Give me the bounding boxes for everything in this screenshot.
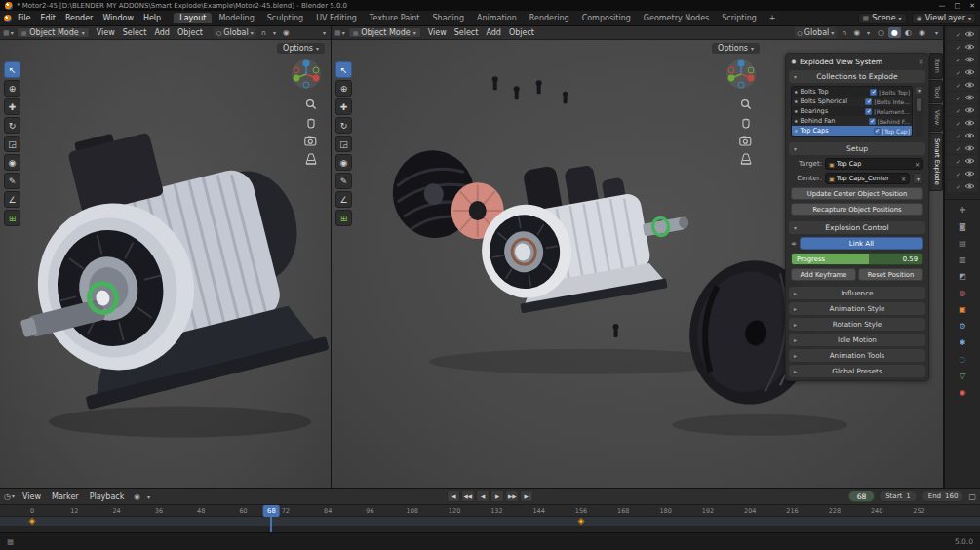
viewport-menu-item[interactable]: Add	[150, 28, 174, 37]
selectable-checkbox-icon[interactable]	[956, 156, 960, 166]
setup-section-header[interactable]: Setup	[789, 142, 925, 155]
list-filter-button[interactable]	[915, 86, 923, 95]
add-keyframe-button[interactable]: Add Keyframe	[791, 268, 856, 281]
shading-dropdown-icon[interactable]	[933, 28, 940, 37]
proportional-editing-icon[interactable]	[281, 28, 292, 37]
select-box-tool[interactable]: ↖	[335, 61, 352, 78]
list-scrollbar[interactable]	[915, 97, 923, 137]
menu-item[interactable]: Edit	[35, 13, 60, 23]
outliner-row[interactable]	[947, 66, 978, 78]
pan-hand-icon[interactable]	[740, 117, 752, 129]
scene-tab[interactable]: ◩	[955, 270, 971, 283]
collection-checkbox[interactable]	[865, 108, 872, 115]
world-tab[interactable]: ◍	[955, 287, 971, 299]
workspace-tab[interactable]: Compositing	[576, 13, 637, 23]
tool-tab[interactable]: ✛	[955, 204, 971, 216]
Top Caps[interactable]: Top Caps [Top Cap]	[792, 126, 912, 136]
next-keyframe-button[interactable]: ▶▶	[505, 491, 519, 502]
sidebar-tab[interactable]: View	[929, 104, 943, 131]
selectable-checkbox-icon[interactable]	[956, 118, 960, 128]
shading-solid-icon[interactable]	[888, 27, 901, 38]
viewport-menu-item[interactable]: Add	[482, 28, 505, 37]
workspace-tab[interactable]: Geometry Nodes	[638, 13, 715, 23]
end-frame-field[interactable]: End 160	[921, 491, 965, 502]
viewport-menu-item[interactable]: Select	[119, 28, 151, 37]
visibility-eye-icon[interactable]	[964, 30, 975, 38]
panel-header[interactable]: Exploded View System	[789, 57, 925, 67]
workspace-tab[interactable]: Sculpting	[261, 13, 309, 23]
timeline-body[interactable]: 0122436486072849610812013214415616818019…	[0, 505, 980, 532]
visibility-eye-icon[interactable]	[964, 144, 975, 152]
visibility-eye-icon[interactable]	[964, 94, 975, 101]
shading-wireframe-icon[interactable]	[875, 27, 887, 38]
collapsed-section-header[interactable]: Idle Motion	[789, 334, 925, 346]
target-field[interactable]: Top Cap	[825, 158, 923, 170]
outliner-row[interactable]	[947, 79, 978, 91]
measure-tool[interactable]: ∠	[4, 191, 20, 208]
center-field[interactable]: Top Caps_Center	[825, 173, 910, 184]
selectable-checkbox-icon[interactable]	[956, 131, 960, 140]
menu-item[interactable]: Render	[60, 13, 98, 23]
sidebar-tab[interactable]: Tool	[929, 80, 943, 104]
visibility-eye-icon[interactable]	[964, 68, 975, 76]
editor-type-icon[interactable]	[334, 29, 345, 37]
visibility-eye-icon[interactable]	[964, 157, 975, 165]
selectable-checkbox-icon[interactable]	[956, 143, 960, 153]
collection-checkbox[interactable]	[865, 98, 872, 105]
proportional-editing-icon[interactable]	[851, 28, 862, 37]
options-dropdown[interactable]: Options	[712, 43, 760, 54]
viewport-menu-item[interactable]: Object	[174, 28, 207, 37]
current-frame-field[interactable]: 68	[848, 491, 876, 502]
visibility-eye-icon[interactable]	[964, 81, 975, 89]
selectable-checkbox-icon[interactable]	[956, 67, 960, 77]
outliner-row[interactable]	[947, 168, 978, 179]
menu-item[interactable]: File	[13, 13, 35, 23]
viewlayer-selector[interactable]: ViewLayer	[912, 13, 976, 24]
outliner-row[interactable]	[947, 104, 978, 116]
workspace-tab[interactable]: +	[764, 13, 782, 23]
Bolts Spherical[interactable]: Bolts Spherical [Bolts Inte...	[792, 97, 912, 106]
modifiers-tab[interactable]: ⚙	[955, 320, 971, 333]
update-center-button[interactable]: Update Center Object Position	[791, 187, 923, 200]
progress-slider[interactable]: Progress 0.59	[791, 253, 923, 265]
selectable-checkbox-icon[interactable]	[956, 105, 960, 115]
navigation-gizmo[interactable]	[725, 58, 758, 93]
outliner-row[interactable]	[947, 155, 978, 167]
zoom-icon[interactable]	[305, 98, 317, 110]
pan-hand-icon[interactable]	[305, 117, 317, 129]
visibility-eye-icon[interactable]	[964, 106, 975, 114]
mode-selector[interactable]: Object Mode	[17, 27, 90, 38]
move-tool[interactable]: ✚	[4, 98, 20, 115]
collection-checkbox[interactable]	[870, 89, 877, 96]
sidebar-tab[interactable]: Smart Explode	[929, 133, 943, 191]
viewport-menu-item[interactable]: View	[424, 28, 451, 37]
selectable-checkbox-icon[interactable]	[956, 29, 960, 39]
annotate-tool[interactable]: ✎	[335, 173, 352, 189]
editor-type-icon[interactable]	[3, 29, 14, 37]
menu-item[interactable]: Window	[98, 13, 138, 23]
selectable-checkbox-icon[interactable]	[956, 55, 960, 64]
statusbar-corner-icon[interactable]	[7, 537, 14, 546]
workspace-tab[interactable]: Layout	[174, 13, 212, 23]
close-button[interactable]: ✕	[969, 2, 975, 10]
scene-selector[interactable]: Scene	[858, 13, 907, 24]
shading-material-icon[interactable]	[902, 27, 915, 38]
recapture-positions-button[interactable]: Recapture Object Positions	[791, 203, 923, 216]
Behind Fan[interactable]: Behind Fan [Behind F...	[792, 116, 912, 126]
scale-tool[interactable]: ◲	[335, 136, 352, 152]
outliner-row[interactable]	[947, 117, 978, 129]
sidebar-tab[interactable]: Item	[929, 53, 943, 79]
close-icon[interactable]	[919, 58, 923, 66]
timeline-ruler[interactable]: 0122436486072849610812013214415616818019…	[0, 505, 980, 517]
outliner-row[interactable]	[947, 180, 978, 192]
Bearings[interactable]: Bearings [Rolament...	[792, 106, 912, 116]
3d-viewport-canvas-left[interactable]	[0, 40, 331, 488]
outliner-row[interactable]	[947, 54, 978, 65]
snap-dropdown-icon[interactable]	[271, 28, 278, 37]
workspace-tab[interactable]: Texture Paint	[364, 13, 426, 23]
auto-keying-icon[interactable]	[132, 492, 142, 501]
collapsed-section-header[interactable]: Influence	[789, 287, 925, 299]
camera-icon[interactable]	[739, 136, 752, 146]
collapsed-section-header[interactable]: Global Presets	[789, 365, 925, 377]
viewport-menu-item[interactable]: View	[93, 28, 119, 37]
